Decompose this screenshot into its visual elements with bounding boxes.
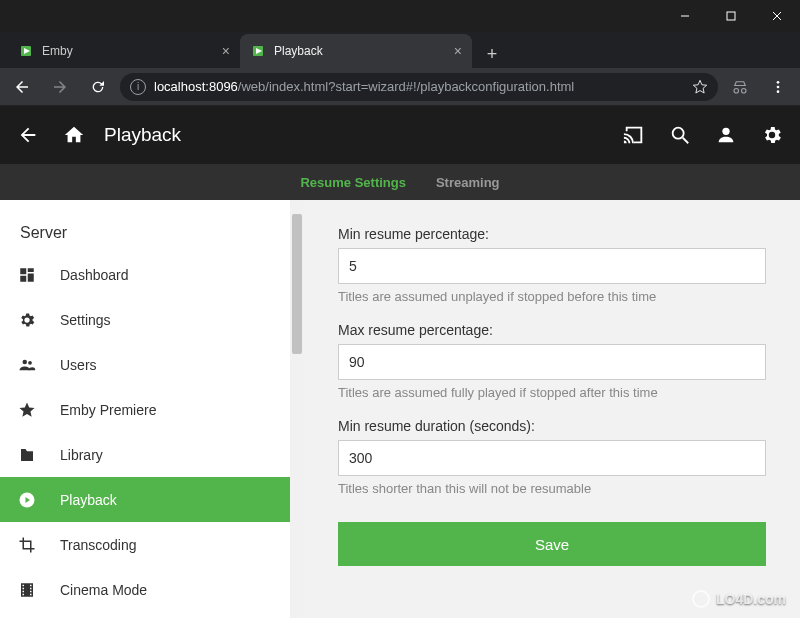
emby-favicon-icon bbox=[18, 43, 34, 59]
svg-rect-25 bbox=[23, 584, 25, 586]
svg-point-10 bbox=[777, 81, 780, 84]
play-icon bbox=[16, 491, 38, 509]
film-icon bbox=[16, 581, 38, 599]
close-icon[interactable]: × bbox=[222, 43, 230, 59]
url-text: localhost:8096/web/index.html?start=wiza… bbox=[154, 79, 684, 94]
app-header: Playback bbox=[0, 106, 800, 164]
window-minimize[interactable] bbox=[662, 0, 708, 32]
svg-point-12 bbox=[777, 90, 780, 93]
svg-rect-18 bbox=[28, 273, 34, 281]
window-titlebar bbox=[0, 0, 800, 32]
svg-rect-16 bbox=[20, 268, 26, 274]
back-icon[interactable] bbox=[12, 119, 44, 151]
address-bar[interactable]: i localhost:8096/web/index.html?start=wi… bbox=[120, 73, 718, 101]
svg-rect-29 bbox=[30, 584, 32, 586]
sidebar-item-playback[interactable]: Playback bbox=[0, 477, 290, 522]
svg-point-21 bbox=[28, 360, 32, 364]
sidebar-item-label: Library bbox=[60, 447, 103, 463]
home-icon[interactable] bbox=[58, 119, 90, 151]
save-button[interactable]: Save bbox=[338, 522, 766, 566]
page-title: Playback bbox=[104, 124, 181, 146]
scrollbar[interactable] bbox=[290, 200, 304, 618]
scrollbar-thumb[interactable] bbox=[292, 214, 302, 354]
site-info-icon[interactable]: i bbox=[130, 79, 146, 95]
back-button[interactable] bbox=[6, 71, 38, 103]
menu-button[interactable] bbox=[762, 71, 794, 103]
svg-rect-17 bbox=[28, 268, 34, 272]
forward-button[interactable] bbox=[44, 71, 76, 103]
gear-icon[interactable] bbox=[756, 119, 788, 151]
window-close[interactable] bbox=[754, 0, 800, 32]
dashboard-icon bbox=[16, 266, 38, 284]
folder-icon bbox=[16, 446, 38, 464]
svg-point-9 bbox=[742, 88, 747, 93]
field-help: Titles shorter than this will not be res… bbox=[338, 481, 766, 496]
svg-rect-32 bbox=[30, 593, 32, 595]
browser-tabstrip: Emby × Playback × + bbox=[0, 32, 800, 68]
svg-rect-28 bbox=[23, 593, 25, 595]
svg-point-8 bbox=[734, 88, 739, 93]
field-help: Titles are assumed fully played if stopp… bbox=[338, 385, 766, 400]
browser-toolbar: i localhost:8096/web/index.html?start=wi… bbox=[0, 68, 800, 106]
gear-icon bbox=[16, 311, 38, 329]
sidebar-item-settings[interactable]: Settings bbox=[0, 297, 290, 342]
cast-icon[interactable] bbox=[618, 119, 650, 151]
sidebar-item-dashboard[interactable]: Dashboard bbox=[0, 252, 290, 297]
sidebar-item-premiere[interactable]: Emby Premiere bbox=[0, 387, 290, 432]
tab-label: Emby bbox=[42, 44, 214, 58]
sidebar-item-transcoding[interactable]: Transcoding bbox=[0, 522, 290, 567]
field-label: Min resume percentage: bbox=[338, 226, 766, 242]
window-maximize[interactable] bbox=[708, 0, 754, 32]
user-icon[interactable] bbox=[710, 119, 742, 151]
sidebar-item-label: Dashboard bbox=[60, 267, 129, 283]
settings-tabs: Resume Settings Streaming bbox=[0, 164, 800, 200]
max-resume-percentage-input[interactable] bbox=[338, 344, 766, 380]
search-icon[interactable] bbox=[664, 119, 696, 151]
field-label: Max resume percentage: bbox=[338, 322, 766, 338]
globe-icon bbox=[692, 590, 710, 608]
main-content: Min resume percentage: Titles are assume… bbox=[304, 200, 800, 618]
tab-label: Playback bbox=[274, 44, 446, 58]
field-label: Min resume duration (seconds): bbox=[338, 418, 766, 434]
tab-streaming[interactable]: Streaming bbox=[436, 175, 500, 190]
min-resume-percentage-input[interactable] bbox=[338, 248, 766, 284]
sidebar-item-label: Settings bbox=[60, 312, 111, 328]
sidebar-section-title: Server bbox=[0, 218, 290, 252]
svg-point-11 bbox=[777, 85, 780, 88]
sidebar-item-users[interactable]: Users bbox=[0, 342, 290, 387]
svg-rect-19 bbox=[20, 275, 26, 281]
tab-emby[interactable]: Emby × bbox=[8, 34, 240, 68]
field-help: Titles are assumed unplayed if stopped b… bbox=[338, 289, 766, 304]
emby-favicon-icon bbox=[250, 43, 266, 59]
svg-line-14 bbox=[683, 138, 689, 144]
svg-rect-26 bbox=[23, 587, 25, 589]
sidebar-item-label: Cinema Mode bbox=[60, 582, 147, 598]
star-icon bbox=[16, 401, 38, 419]
svg-rect-31 bbox=[30, 590, 32, 592]
svg-point-20 bbox=[23, 359, 28, 364]
svg-rect-1 bbox=[727, 12, 735, 20]
min-resume-duration-input[interactable] bbox=[338, 440, 766, 476]
users-icon bbox=[16, 356, 38, 374]
extension-icon[interactable] bbox=[724, 71, 756, 103]
sidebar-item-cinema[interactable]: Cinema Mode bbox=[0, 567, 290, 612]
sidebar-item-label: Emby Premiere bbox=[60, 402, 156, 418]
tab-playback[interactable]: Playback × bbox=[240, 34, 472, 68]
svg-point-15 bbox=[722, 128, 729, 135]
close-icon[interactable]: × bbox=[454, 43, 462, 59]
svg-rect-27 bbox=[23, 590, 25, 592]
sidebar-item-label: Playback bbox=[60, 492, 117, 508]
sidebar-item-label: Users bbox=[60, 357, 97, 373]
reload-button[interactable] bbox=[82, 71, 114, 103]
tab-resume-settings[interactable]: Resume Settings bbox=[300, 175, 405, 190]
sidebar-item-library[interactable]: Library bbox=[0, 432, 290, 477]
svg-rect-30 bbox=[30, 587, 32, 589]
new-tab-button[interactable]: + bbox=[478, 40, 506, 68]
sidebar: Server Dashboard Settings Users Emby Pre… bbox=[0, 200, 290, 618]
crop-icon bbox=[16, 536, 38, 554]
star-icon[interactable] bbox=[692, 79, 708, 95]
svg-point-13 bbox=[673, 128, 684, 139]
sidebar-item-label: Transcoding bbox=[60, 537, 137, 553]
watermark: LO4D.com bbox=[692, 590, 786, 608]
